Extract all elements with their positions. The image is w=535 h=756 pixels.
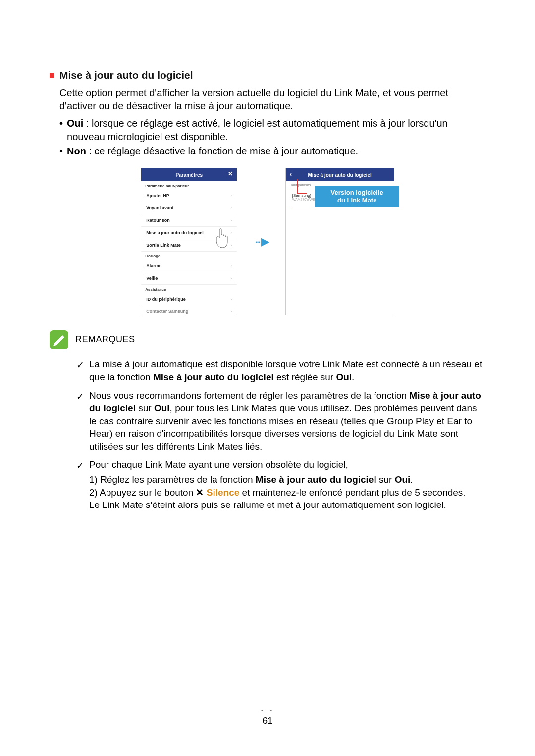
remark-1: ✓ La mise à jour automatique est disponi… <box>76 358 485 383</box>
text: Le Link Mate s'éteint alors puis se rall… <box>89 500 446 510</box>
red-bullet-icon <box>50 73 54 78</box>
text: Nous vous recommandons fortement de régl… <box>89 390 409 401</box>
row-retour-son[interactable]: Retour son› <box>141 214 237 227</box>
row-label: Ajouter HP <box>146 193 169 198</box>
options-list: • Oui : lorsque ce réglage est activé, l… <box>59 117 485 158</box>
callout-label: Version logicielle du Link Mate <box>315 186 399 207</box>
page-footer: · · 61 <box>0 705 535 726</box>
row-alarme[interactable]: Alarme› <box>141 260 237 272</box>
checkmark-icon: ✓ <box>76 390 84 453</box>
remarks-list: ✓ La mise à jour automatique est disponi… <box>76 358 485 511</box>
page-dots: · · <box>261 705 274 715</box>
chevron-right-icon: › <box>230 263 232 268</box>
row-label: Sortie Link Mate <box>146 243 181 248</box>
row-label: ID du périphérique <box>146 297 186 302</box>
text-bold: Mise à jour auto du logiciel <box>256 474 376 485</box>
text: 2) Appuyez sur le bouton <box>89 487 196 498</box>
chevron-right-icon: › <box>230 230 232 235</box>
chevron-right-icon: › <box>230 276 232 281</box>
section-title-text: Mise à jour auto du logiciel <box>59 69 193 81</box>
remarks-header: REMARQUES <box>50 330 485 349</box>
remark-2: ✓ Nous vous recommandons fortement de ré… <box>76 389 485 453</box>
row-device-id[interactable]: ID du périphérique› <box>141 293 237 305</box>
intro-paragraph: Cette option permet d'afficher la versio… <box>59 86 485 113</box>
oui-label: Oui <box>67 118 83 129</box>
screenshots-row: Paramètres ✕ Paramètre haut-parleur Ajou… <box>50 168 485 315</box>
row-label: Veille <box>146 276 158 281</box>
option-oui: • Oui : lorsque ce réglage est activé, l… <box>59 117 485 144</box>
chevron-right-icon: › <box>230 243 232 248</box>
screenshot-settings: Paramètres ✕ Paramètre haut-parleur Ajou… <box>141 168 237 315</box>
text-bold: Oui <box>336 372 352 382</box>
chevron-right-icon: › <box>230 193 232 198</box>
row-label: Mise à jour auto du logiciel <box>146 230 204 235</box>
option-non: • Non : ce réglage désactive la fonction… <box>59 145 485 158</box>
non-label: Non <box>67 146 86 156</box>
text-bold: Oui <box>395 474 411 485</box>
screenshot-auto-update: ‹ Mise à jour auto du logiciel Haut-parl… <box>285 168 394 315</box>
callout-text-1: Version logicielle <box>331 189 383 196</box>
section-assist-label: Assistance <box>141 285 237 293</box>
checkmark-icon: ✓ <box>76 359 84 383</box>
text: sur <box>136 403 154 413</box>
remarks-title: REMARQUES <box>75 330 135 345</box>
callout-line <box>297 179 307 194</box>
chevron-right-icon: › <box>230 309 232 314</box>
row-label: Retour son <box>146 218 170 223</box>
close-icon[interactable]: ✕ <box>228 170 233 177</box>
remark-3: ✓ Pour chaque Link Mate ayant une versio… <box>76 458 485 511</box>
arrow-right-icon: ··· ▶ <box>255 235 268 248</box>
back-icon[interactable]: ‹ <box>290 170 292 178</box>
row-contacter[interactable]: Contacter Samsung› <box>141 305 237 315</box>
settings-header: Paramètres ✕ <box>141 168 237 181</box>
chevron-right-icon: › <box>230 205 232 210</box>
row-add-hp[interactable]: Ajouter HP› <box>141 190 237 202</box>
text: 1) Réglez les paramètres de la fonction <box>89 474 256 485</box>
notes-icon <box>50 330 68 349</box>
update-title: Mise à jour auto du logiciel <box>308 172 372 178</box>
text: . <box>410 474 413 485</box>
text: et maintenez-le enfoncé pendant plus de … <box>239 487 465 498</box>
text-bold: Oui <box>154 403 170 413</box>
text: est réglée sur <box>274 372 336 382</box>
settings-title: Paramètres <box>176 172 203 178</box>
mute-icon: ✕ <box>196 487 204 498</box>
section-heading: Mise à jour auto du logiciel <box>50 69 485 81</box>
row-veille[interactable]: Veille› <box>141 272 237 285</box>
non-text: : ce réglage désactive la fonction de mi… <box>86 146 358 156</box>
chevron-right-icon: › <box>230 218 232 223</box>
silence-label: Silence <box>207 487 240 498</box>
bullet-dot-icon: • <box>59 145 63 158</box>
chevron-right-icon: › <box>230 297 232 302</box>
row-auto-update[interactable]: Mise à jour auto du logiciel› <box>141 227 237 239</box>
row-label: Alarme <box>146 263 161 268</box>
text: Pour chaque Link Mate ayant une version … <box>89 459 348 470</box>
row-label: Contacter Samsung <box>146 309 188 314</box>
text-bold: Mise à jour auto du logiciel <box>153 372 274 382</box>
oui-text: : lorsque ce réglage est activé, le logi… <box>67 118 448 142</box>
text: . <box>352 372 354 382</box>
text: sur <box>376 474 395 485</box>
row-label: Voyant avant <box>146 205 173 210</box>
row-sortie[interactable]: Sortie Link Mate› <box>141 239 237 252</box>
callout-text-2: du Link Mate <box>337 197 376 204</box>
checkmark-icon: ✓ <box>76 459 84 511</box>
section-speaker-label: Paramètre haut-parleur <box>141 181 237 190</box>
bullet-dot-icon: • <box>59 117 63 144</box>
section-clock-label: Horloge <box>141 252 237 260</box>
page-number: 61 <box>262 715 272 726</box>
row-voyant[interactable]: Voyant avant› <box>141 202 237 214</box>
